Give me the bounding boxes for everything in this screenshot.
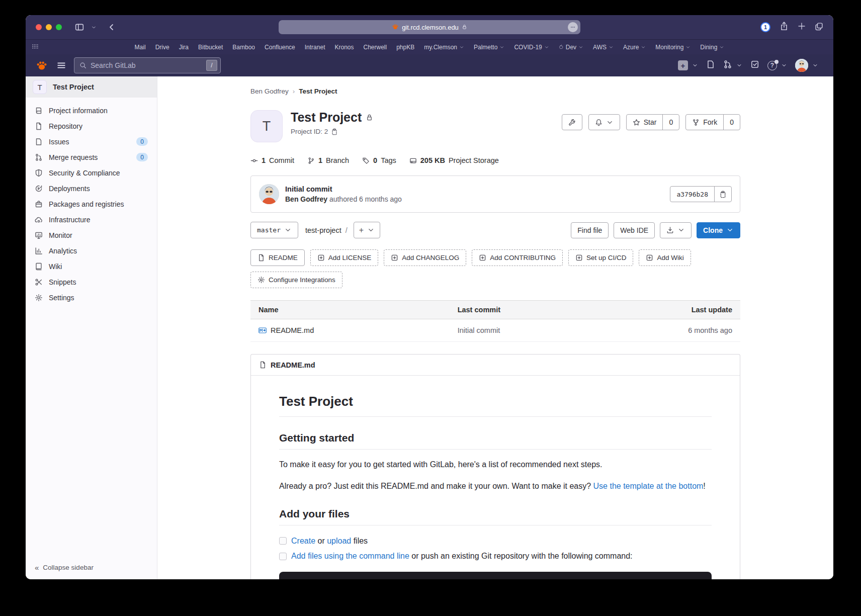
close-window-button[interactable] (36, 24, 42, 30)
copy-sha-button[interactable] (714, 187, 731, 202)
tab-overview-icon[interactable] (815, 22, 823, 33)
bookmark-phpkb[interactable]: phpKB (396, 44, 414, 51)
sidebar-item-infrastructure[interactable]: Infrastructure (26, 212, 157, 227)
zoom-window-button[interactable] (56, 24, 62, 30)
sidebar-item-settings[interactable]: Settings (26, 290, 157, 305)
merge-requests-chevron-icon[interactable] (736, 62, 742, 68)
bookmark-intranet[interactable]: Intranet (305, 44, 325, 51)
minimize-window-button[interactable] (46, 24, 52, 30)
bookmark-azure[interactable]: Azure (623, 44, 646, 51)
gitlab-logo-paw-icon[interactable] (36, 59, 48, 71)
onepassword-extension-icon[interactable]: 1 (760, 22, 770, 32)
branch-selector[interactable]: master (250, 222, 298, 238)
action-button-add-contributing[interactable]: Add CONTRIBUTING (472, 249, 563, 266)
checkbox[interactable] (279, 537, 287, 545)
search-input[interactable]: Search GitLab / (74, 57, 221, 73)
bookmark-monitoring[interactable]: Monitoring (655, 44, 691, 51)
user-avatar[interactable] (795, 59, 808, 72)
new-tab-icon[interactable] (798, 22, 806, 32)
bookmark-dining[interactable]: Dining (700, 44, 724, 51)
user-menu-chevron-icon[interactable] (812, 62, 818, 68)
action-button-readme[interactable]: README (250, 249, 305, 266)
template-link[interactable]: Use the template at the bottom (593, 482, 704, 490)
file-row[interactable]: README.md Initial commit 6 months ago (250, 319, 740, 342)
commit-message[interactable]: Initial commit (285, 185, 402, 193)
clone-button[interactable]: Clone (697, 222, 740, 238)
action-button-add-changelog[interactable]: Add CHANGELOG (384, 249, 466, 266)
stat-branch[interactable]: 1 Branch (307, 156, 349, 164)
new-menu-icon[interactable]: + (678, 60, 688, 70)
action-button-configure-integrations[interactable]: Configure Integrations (250, 272, 342, 288)
breadcrumb-current[interactable]: Test Project (299, 87, 337, 95)
bookmark-my-clemson[interactable]: my.Clemson (424, 44, 464, 51)
notifications-bell-button[interactable] (588, 114, 620, 130)
sidebar-item-monitor[interactable]: Monitor (26, 227, 157, 243)
file-last-commit[interactable]: Initial commit (458, 326, 638, 334)
fork-count[interactable]: 0 (723, 115, 740, 130)
bookmark-palmetto[interactable]: Palmetto (474, 44, 504, 51)
web-ide-button[interactable]: Web IDE (614, 222, 655, 238)
stat-commit[interactable]: 1 Commit (250, 156, 294, 164)
copy-project-id-icon[interactable] (331, 128, 338, 135)
command-line-link[interactable]: Add files using the command line (291, 552, 409, 560)
sidebar-item-deployments[interactable]: Deployments (26, 181, 157, 196)
bookmark-aws[interactable]: AWS (593, 44, 614, 51)
sidebar-item-analytics[interactable]: Analytics (26, 243, 157, 258)
help-icon[interactable]: ? (767, 61, 777, 70)
extensions-menu-icon[interactable] (568, 22, 578, 32)
sidebar-item-wiki[interactable]: Wiki (26, 258, 157, 274)
sidebar-item-security-compliance[interactable]: Security & Compliance (26, 165, 157, 181)
sidebar-item-snippets[interactable]: Snippets (26, 274, 157, 290)
share-icon[interactable] (780, 22, 789, 33)
favorites-grid-icon[interactable] (32, 44, 38, 50)
bookmark-jira[interactable]: Jira (179, 44, 189, 51)
bookmark-bamboo[interactable]: Bamboo (232, 44, 255, 51)
stat-project-storage[interactable]: 205 KB Project Storage (409, 156, 499, 164)
stat-tags[interactable]: 0 Tags (362, 156, 396, 164)
breadcrumb-group[interactable]: Ben Godfrey (250, 87, 289, 95)
bookmark-dev[interactable]: Dev (559, 44, 583, 51)
merge-requests-nav-icon[interactable] (723, 60, 732, 71)
help-chevron-icon[interactable] (781, 62, 787, 68)
bookmark-mail[interactable]: Mail (135, 44, 146, 51)
todos-nav-icon[interactable] (750, 60, 759, 71)
find-file-button[interactable]: Find file (571, 222, 609, 238)
collapse-sidebar-button[interactable]: « Collapse sidebar (26, 555, 157, 579)
file-name[interactable]: README.md (271, 326, 314, 334)
sidebar-item-merge-requests[interactable]: Merge requests 0 (26, 149, 157, 165)
upload-link[interactable]: upload (327, 537, 351, 545)
action-button-add-license[interactable]: Add LICENSE (310, 249, 379, 266)
bookmark-cherwell[interactable]: Cherwell (364, 44, 387, 51)
checkbox[interactable] (279, 553, 287, 560)
address-bar[interactable]: git.rcd.clemson.edu (279, 20, 580, 34)
bookmark-covid-19[interactable]: COVID-19 (514, 44, 549, 51)
new-menu-chevron-icon[interactable] (692, 62, 698, 68)
bookmark-confluence[interactable]: Confluence (265, 44, 295, 51)
new-file-button[interactable]: + (354, 222, 380, 238)
star-button[interactable]: Star (627, 115, 663, 130)
repo-path[interactable]: test-project (305, 226, 341, 234)
fork-button[interactable]: Fork (686, 115, 723, 130)
sidebar-toggle-icon[interactable] (75, 23, 84, 32)
sidebar-item-repository[interactable]: Repository (26, 118, 157, 134)
readme-file-header[interactable]: README.md (251, 355, 740, 376)
create-link[interactable]: Create (291, 537, 315, 545)
bookmark-kronos[interactable]: Kronos (334, 44, 354, 51)
issues-nav-icon[interactable] (706, 60, 715, 71)
download-button[interactable] (660, 222, 692, 238)
bookmark-drive[interactable]: Drive (155, 44, 169, 51)
sidebar-item-issues[interactable]: Issues 0 (26, 134, 157, 149)
sidebar-item-packages-and-registries[interactable]: Packages and registries (26, 196, 157, 212)
action-button-add-wiki[interactable]: Add Wiki (639, 249, 691, 266)
admin-wrench-button[interactable] (562, 114, 582, 130)
menu-hamburger-icon[interactable] (57, 61, 66, 70)
action-button-set-up-ci-cd[interactable]: Set up CI/CD (568, 249, 634, 266)
tab-group-chevron-icon[interactable] (91, 25, 97, 30)
commit-author-avatar[interactable] (259, 184, 279, 204)
sidebar-project-header[interactable]: T Test Project (26, 76, 157, 98)
back-icon[interactable] (108, 23, 116, 31)
sidebar-item-project-information[interactable]: Project information (26, 103, 157, 118)
commit-author[interactable]: Ben Godfrey (285, 195, 327, 203)
bookmark-bitbucket[interactable]: Bitbucket (198, 44, 223, 51)
star-count[interactable]: 0 (662, 115, 679, 130)
